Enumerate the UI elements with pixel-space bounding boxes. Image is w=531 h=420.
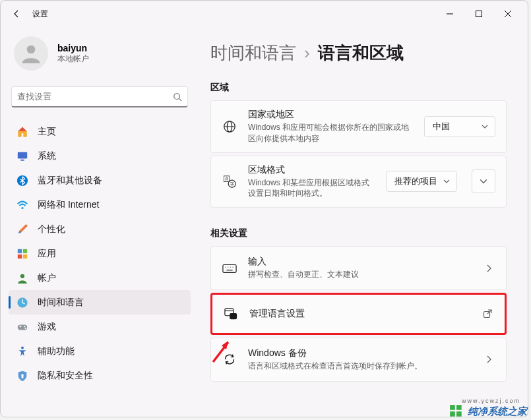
svg-text:字: 字 <box>230 182 234 187</box>
brush-icon <box>16 224 28 235</box>
sidebar-item-time-language[interactable]: 时间和语言 <box>9 290 191 315</box>
watermark: 纯净系统之家 <box>449 404 527 419</box>
clock-globe-icon <box>16 297 28 309</box>
svg-point-18 <box>24 327 26 328</box>
sidebar-item-label: 个性化 <box>38 224 65 235</box>
svg-rect-39 <box>450 405 455 410</box>
sidebar-item-label: 游戏 <box>38 321 56 333</box>
svg-rect-42 <box>456 411 462 417</box>
sidebar-item-label: 应用 <box>38 248 56 260</box>
svg-point-2 <box>27 45 36 54</box>
section-header-region: 区域 <box>210 82 507 94</box>
sidebar-item-privacy[interactable]: 隐私和安全性 <box>9 363 191 388</box>
chevron-right-icon <box>482 355 495 363</box>
breadcrumb-parent[interactable]: 时间和语言 <box>210 42 296 65</box>
maximize-button[interactable] <box>464 3 493 24</box>
avatar <box>14 36 48 71</box>
card-desc: Windows 和某些应用根据区域格式设置日期和时间格式。 <box>248 177 375 200</box>
sidebar-item-label: 网络和 Internet <box>38 199 99 211</box>
svg-rect-16 <box>18 324 27 330</box>
card-admin-language[interactable]: 管理语言设置 <box>210 293 507 335</box>
sidebar-item-home[interactable]: 主页 <box>9 119 191 144</box>
chevron-down-icon <box>480 177 487 185</box>
globe-icon <box>222 119 237 135</box>
back-button[interactable] <box>6 3 27 24</box>
chevron-down-icon <box>482 123 488 130</box>
external-link-icon <box>481 309 494 318</box>
sidebar-item-personalization[interactable]: 个性化 <box>9 217 191 241</box>
section-header-related: 相关设置 <box>210 227 507 239</box>
svg-rect-9 <box>18 249 22 253</box>
card-typing[interactable]: 输入 拼写检查、自动更正、文本建议 <box>210 246 507 290</box>
card-windows-backup[interactable]: Windows 备份 语言和区域格式在检查语言首选项时保存到帐户。 <box>210 338 507 382</box>
expand-button[interactable] <box>472 169 495 193</box>
svg-rect-28 <box>223 264 236 272</box>
svg-rect-41 <box>450 411 455 417</box>
chevron-right-icon <box>482 264 495 272</box>
svg-rect-11 <box>18 254 22 258</box>
svg-point-8 <box>21 206 23 208</box>
svg-point-13 <box>20 274 24 278</box>
card-title: Windows 备份 <box>248 347 472 359</box>
sidebar-item-accounts[interactable]: 帐户 <box>9 266 191 290</box>
apps-icon <box>16 248 28 260</box>
titlebar: 设置 <box>1 1 528 27</box>
sync-icon <box>222 351 237 367</box>
sidebar-item-network[interactable]: 网络和 Internet <box>9 193 191 217</box>
breadcrumb: 时间和语言 › 语言和区域 <box>210 42 507 65</box>
person-icon <box>16 272 28 284</box>
sidebar: baiyun 本地帐户 主页 系统 <box>1 27 199 417</box>
watermark-text: 纯净系统之家 <box>468 405 527 418</box>
card-desc: 语言和区域格式在检查语言首选项时保存到帐户。 <box>248 361 472 372</box>
account-type: 本地帐户 <box>57 53 89 65</box>
sidebar-item-accessibility[interactable]: 辅助功能 <box>9 339 191 363</box>
close-button[interactable] <box>493 3 522 24</box>
main-content: 时间和语言 › 语言和区域 区域 国家或地区 Windows 和应用可能会根据你… <box>199 27 528 417</box>
svg-rect-36 <box>230 313 237 319</box>
sidebar-item-system[interactable]: 系统 <box>9 144 191 168</box>
svg-text:🄰: 🄰 <box>224 175 230 183</box>
minimize-button[interactable] <box>435 3 464 24</box>
card-regional-format: 🄰字 区域格式 Windows 和某些应用根据区域格式设置日期和时间格式。 推荐… <box>210 156 507 208</box>
sidebar-item-label: 辅助功能 <box>38 345 75 357</box>
svg-rect-12 <box>23 254 27 258</box>
card-country: 国家或地区 Windows 和应用可能会根据你所在的国家或地区向你提供本地内容 … <box>210 100 507 153</box>
sidebar-item-gaming[interactable]: 游戏 <box>9 315 191 339</box>
svg-point-17 <box>24 326 25 327</box>
sidebar-item-label: 帐户 <box>38 272 56 284</box>
sidebar-item-label: 系统 <box>38 150 56 162</box>
svg-rect-40 <box>456 405 462 410</box>
search-box[interactable] <box>11 86 188 107</box>
country-dropdown[interactable]: 中国 <box>424 116 495 137</box>
watermark-url: www.ycwzj.com <box>462 398 520 404</box>
svg-line-4 <box>179 98 182 101</box>
gamepad-icon <box>16 321 28 333</box>
home-icon <box>16 126 28 138</box>
system-icon <box>16 150 28 162</box>
sidebar-item-label: 主页 <box>38 126 56 138</box>
language-format-icon: 🄰字 <box>222 173 237 189</box>
username: baiyun <box>57 43 89 53</box>
dropdown-value: 推荐的项目 <box>394 175 437 187</box>
svg-rect-6 <box>20 159 24 160</box>
card-title: 输入 <box>248 256 472 268</box>
wifi-icon <box>16 199 28 211</box>
format-dropdown[interactable]: 推荐的项目 <box>386 171 457 192</box>
watermark-logo-icon <box>449 404 464 419</box>
card-title: 国家或地区 <box>248 109 414 121</box>
sidebar-item-label: 隐私和安全性 <box>38 370 93 382</box>
sidebar-item-label: 蓝牙和其他设备 <box>38 175 102 187</box>
svg-rect-1 <box>476 11 482 17</box>
breadcrumb-current: 语言和区域 <box>318 42 404 65</box>
sidebar-item-apps[interactable]: 应用 <box>9 241 191 266</box>
bluetooth-icon <box>16 175 28 187</box>
svg-rect-5 <box>18 152 27 158</box>
card-title: 管理语言设置 <box>249 308 470 320</box>
sidebar-item-bluetooth[interactable]: 蓝牙和其他设备 <box>9 168 191 193</box>
card-title: 区域格式 <box>248 164 375 176</box>
search-input[interactable] <box>17 92 173 102</box>
svg-point-19 <box>21 346 24 349</box>
window-title: 设置 <box>32 9 48 20</box>
profile-block[interactable]: baiyun 本地帐户 <box>9 27 191 86</box>
sidebar-item-label: 时间和语言 <box>38 297 84 309</box>
